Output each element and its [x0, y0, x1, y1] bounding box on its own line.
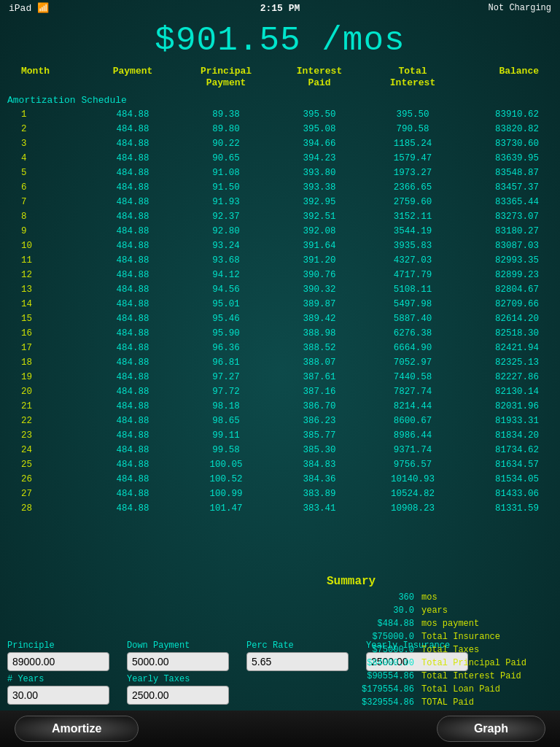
- down-payment-label: Down Payment: [127, 640, 244, 651]
- cell-month: 11: [21, 253, 72, 268]
- cell-payment: 484.88: [100, 239, 166, 253]
- yearly-taxes-input[interactable]: [127, 686, 229, 705]
- summary-desc: Total Principal Paid: [421, 657, 526, 670]
- cell-total-interest: 9371.74: [380, 443, 446, 457]
- down-payment-group: Down Payment: [127, 640, 244, 671]
- table-row: 26 484.88 100.52 384.36 10140.93 81534.0…: [7, 472, 553, 487]
- status-bar: iPad 📶 2:15 PM Not Charging: [0, 0, 560, 16]
- cell-interest-paid: 388.07: [287, 355, 352, 370]
- cell-principal: 90.65: [193, 151, 259, 166]
- table-row: 13 484.88 94.56 390.32 5108.11 82804.67: [7, 282, 553, 297]
- cell-interest-paid: 391.64: [287, 239, 352, 253]
- cell-interest-paid: 385.30: [287, 443, 352, 457]
- cell-total-interest: 6664.90: [380, 341, 446, 355]
- cell-balance: 83273.07: [473, 209, 539, 224]
- table-row: 11 484.88 93.68 391.20 4327.03 82993.35: [7, 253, 553, 268]
- cell-total-interest: 790.58: [380, 122, 446, 136]
- summary-value: $90554.86: [327, 670, 414, 683]
- cell-payment: 484.88: [100, 414, 166, 428]
- cell-interest-paid: 390.32: [287, 282, 352, 297]
- main-amount: $901.55 /mos: [0, 22, 560, 60]
- summary-row: $75000.0 Total Insurance: [327, 630, 553, 643]
- cell-total-interest: 10908.23: [380, 501, 446, 512]
- summary-row: $90554.86 Total Interest Paid: [327, 670, 553, 683]
- cell-total-interest: 1579.47: [380, 151, 446, 166]
- cell-month: 26: [21, 472, 72, 487]
- cell-principal: 100.99: [193, 487, 259, 501]
- cell-month: 6: [21, 180, 72, 195]
- cell-payment: 484.88: [100, 399, 166, 414]
- cell-total-interest: 395.50: [380, 107, 446, 122]
- cell-payment: 484.88: [100, 136, 166, 151]
- yearly-taxes-group: Yearly Taxes: [127, 674, 244, 705]
- cell-month: 16: [21, 326, 72, 341]
- cell-month: 14: [21, 297, 72, 311]
- cell-payment: 484.88: [100, 209, 166, 224]
- summary-value: $329554.86: [327, 696, 414, 709]
- cell-month: 5: [21, 166, 72, 180]
- cell-balance: 82614.20: [473, 311, 539, 326]
- table-row: 7 484.88 91.93 392.95 2759.60 83365.44: [7, 195, 553, 209]
- col-header-principal: PrincipalPayment: [193, 66, 259, 89]
- cell-total-interest: 8986.44: [380, 428, 446, 443]
- table-row: 1 484.88 89.38 395.50 395.50 83910.62: [7, 107, 553, 122]
- cell-payment: 484.88: [100, 341, 166, 355]
- graph-button[interactable]: Graph: [437, 716, 545, 742]
- cell-month: 10: [21, 239, 72, 253]
- years-input[interactable]: [7, 686, 109, 705]
- header: $901.55 /mos: [0, 16, 560, 63]
- battery-status: Not Charging: [489, 3, 551, 13]
- cell-principal: 99.58: [193, 443, 259, 457]
- cell-balance: 82804.67: [473, 282, 539, 297]
- cell-principal: 95.46: [193, 311, 259, 326]
- cell-principal: 94.56: [193, 282, 259, 297]
- cell-balance: 83730.60: [473, 136, 539, 151]
- cell-payment: 484.88: [100, 195, 166, 209]
- cell-interest-paid: 388.98: [287, 326, 352, 341]
- cell-balance: 83087.03: [473, 239, 539, 253]
- summary-row: 360 mos: [327, 591, 553, 604]
- table-row: 8 484.88 92.37 392.51 3152.11 83273.07: [7, 209, 553, 224]
- table-row: 28 484.88 101.47 383.41 10908.23 81331.5…: [7, 501, 553, 512]
- cell-payment: 484.88: [100, 224, 166, 239]
- cell-interest-paid: 387.61: [287, 370, 352, 384]
- table-scroll[interactable]: 1 484.88 89.38 395.50 395.50 83910.62 2 …: [0, 107, 560, 512]
- cell-balance: 81433.06: [473, 487, 539, 501]
- cell-balance: 82031.96: [473, 399, 539, 414]
- table-row: 19 484.88 97.27 387.61 7440.58 82227.86: [7, 370, 553, 384]
- table-row: 14 484.88 95.01 389.87 5497.98 82709.66: [7, 297, 553, 311]
- cell-total-interest: 5497.98: [380, 297, 446, 311]
- cell-principal: 98.65: [193, 414, 259, 428]
- cell-principal: 96.36: [193, 341, 259, 355]
- table-row: 21 484.88 98.18 386.70 8214.44 82031.96: [7, 399, 553, 414]
- cell-interest-paid: 386.70: [287, 399, 352, 414]
- status-left: iPad 📶: [9, 2, 49, 14]
- cell-month: 1: [21, 107, 72, 122]
- cell-principal: 90.22: [193, 136, 259, 151]
- cell-interest-paid: 389.87: [287, 297, 352, 311]
- cell-balance: 82709.66: [473, 297, 539, 311]
- cell-balance: 83820.82: [473, 122, 539, 136]
- principle-input[interactable]: [7, 652, 109, 671]
- device-label: iPad: [9, 3, 31, 14]
- cell-total-interest: 7440.58: [380, 370, 446, 384]
- table-rows-container: 1 484.88 89.38 395.50 395.50 83910.62 2 …: [7, 107, 553, 512]
- cell-interest-paid: 388.52: [287, 341, 352, 355]
- cell-month: 13: [21, 282, 72, 297]
- cell-total-interest: 2366.65: [380, 180, 446, 195]
- cell-month: 9: [21, 224, 72, 239]
- yearly-taxes-label: Yearly Taxes: [127, 674, 244, 684]
- table-row: 20 484.88 97.72 387.16 7827.74 82130.14: [7, 384, 553, 399]
- cell-interest-paid: 393.80: [287, 166, 352, 180]
- table-row: 27 484.88 100.99 383.89 10524.82 81433.0…: [7, 487, 553, 501]
- down-payment-input[interactable]: [127, 652, 229, 671]
- cell-principal: 101.47: [193, 501, 259, 512]
- summary-rows-container: 360 mos 30.0 years $484.88 mos payment $…: [327, 591, 553, 709]
- amortize-button[interactable]: Amortize: [15, 716, 139, 742]
- cell-balance: 82993.35: [473, 253, 539, 268]
- cell-principal: 89.38: [193, 107, 259, 122]
- wifi-icon: 📶: [37, 2, 49, 14]
- cell-total-interest: 7052.97: [380, 355, 446, 370]
- cell-principal: 95.01: [193, 297, 259, 311]
- cell-balance: 83457.37: [473, 180, 539, 195]
